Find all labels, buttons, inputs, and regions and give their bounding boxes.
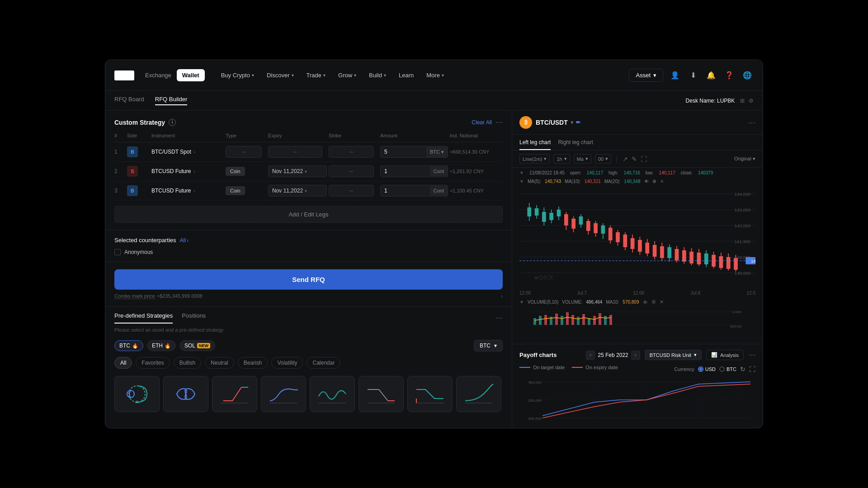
asset-select-dropdown[interactable]: BTC ▾ [474,340,503,352]
asset-sol-tag[interactable]: SOL NEW [179,340,215,351]
th-expiry: Expiry [268,133,327,138]
filter-neutral[interactable]: Neutral [205,357,234,369]
payoff-date: 25 Feb 2022 [598,352,628,358]
add-edit-legs-button[interactable]: Add / Edit Legs [114,206,503,223]
strategy-title: Custom Strategy i [114,119,176,126]
asset-btc-tag[interactable]: BTC 🔥 [114,340,143,351]
original-button[interactable]: Original ▾ [734,156,755,162]
strategy-card-5[interactable] [310,376,355,412]
svg-rect-51 [609,228,613,240]
row2-notional: ≈1,261.92 CNY [450,169,512,174]
send-rfq-button[interactable]: Send RFQ [114,269,503,290]
wallet-tab[interactable]: Wallet [177,69,205,81]
interval-selector[interactable]: 1h ▾ [553,154,570,164]
edit-coin-icon[interactable]: ✏ [576,119,580,126]
strategy-card-2[interactable] [163,376,208,412]
analysis-button[interactable]: 📊 Analysis [706,350,744,360]
payoff-more-icon[interactable]: ⋯ [748,351,755,359]
row2-expiry[interactable]: Nov 11,2022 ▾ [268,165,327,177]
right-leg-chart-tab[interactable]: Right leg chart [558,139,593,150]
svg-rect-59 [638,240,642,252]
left-leg-chart-tab[interactable]: Left leg chart [519,139,551,150]
nav-trade[interactable]: Trade ▾ [301,68,331,82]
chart-tabs: Left leg chart Right leg chart [512,135,763,150]
row3-type-button[interactable]: Coin [226,186,245,195]
timeframe-selector[interactable]: Line(1m) ▾ [519,154,550,164]
predefined-hint: Please select an asset and a pre-defined… [105,324,512,336]
svg-rect-1 [116,74,118,77]
strategy-card-8[interactable] [456,376,501,412]
strategy-info-icon[interactable]: i [169,119,176,126]
exchange-tab[interactable]: Exchange [140,69,177,81]
predefined-tab[interactable]: Pre-defined Strategies [114,312,173,324]
strategy-card-7[interactable] [407,376,453,412]
strategy-card-3[interactable] [212,376,257,412]
next-date-button[interactable]: › [631,351,640,360]
anonymous-checkbox[interactable] [114,249,121,255]
nav-learn[interactable]: Learn [393,68,419,82]
nav-grow[interactable]: Grow ▾ [333,68,362,82]
nav-more[interactable]: More ▾ [421,68,449,82]
row3-notional: ≈1,100.45 CNY [450,188,512,193]
nav-discover[interactable]: Discover ▾ [261,68,299,82]
rfq-board-tab[interactable]: RFQ Board [114,96,144,105]
svg-rect-47 [594,223,598,233]
row1-notional: ≈668,514.30 CNY [450,149,512,155]
asset-eth-tag[interactable]: ETH 🔥 [147,340,176,351]
top-navigation: Exchange Wallet Buy Crypto ▾ Discover ▾ … [105,60,763,91]
zoom-out-icon[interactable]: ↗ [623,155,628,163]
help-icon[interactable]: ❓ [723,69,736,82]
table-row: 3 B BTCUSD Future › Coin Nov 11,2022 ▾ -… [114,181,503,201]
expand-icon[interactable]: ⛶ [749,366,755,373]
prev-date-button[interactable]: ‹ [586,351,595,360]
svg-rect-3 [123,74,126,77]
currency-btc-radio[interactable]: BTC [719,366,736,372]
row1-amount-input[interactable] [381,146,426,157]
svg-rect-96 [544,315,547,325]
counterparties-all-link[interactable]: All › [180,237,189,244]
counterparties-section: Selected counterparties All › Anonymous [105,230,512,262]
fullscreen-icon[interactable]: ⛶ [641,155,647,163]
row3-expiry[interactable]: Nov 11,2022 ▾ [268,185,327,197]
row2-type-button[interactable]: Coin [226,167,245,176]
filter-favorites[interactable]: Favorites [136,357,170,369]
svg-rect-45 [586,221,590,231]
rfq-builder-tab[interactable]: RFQ Builder [155,96,188,105]
svg-rect-75 [697,253,701,264]
svg-rect-63 [653,245,657,257]
strategy-card-1[interactable] [114,376,160,412]
nav-build[interactable]: Build ▾ [363,68,392,82]
refresh-icon[interactable]: ↻ [740,366,745,373]
download-icon[interactable]: ⬇ [687,69,699,82]
filter-volatility[interactable]: Volatility [271,357,303,369]
filter-calendar[interactable]: Calendar [307,357,340,369]
notification-icon[interactable]: 🔔 [705,69,717,82]
nav-buy-crypto[interactable]: Buy Crypto ▾ [216,68,259,82]
filter-bearish[interactable]: Bearish [238,357,268,369]
strategy-card-6[interactable] [359,376,404,412]
row2-amount-input[interactable] [381,166,430,177]
indicator-selector[interactable]: Ma ▾ [574,154,591,164]
crosshair-icon[interactable]: ✎ [632,155,637,163]
strategy-more-icon[interactable]: ⋯ [495,118,503,127]
globe-icon[interactable]: 🌐 [741,69,754,82]
row3-amount-input[interactable] [381,185,430,196]
user-icon[interactable]: 👤 [669,69,681,82]
currency-usd-radio[interactable]: USD [698,366,716,372]
strategy-card-4[interactable] [261,376,306,412]
row1-expiry: -- [268,146,322,158]
row1-side-badge: B [127,146,138,157]
risk-unit-dropdown[interactable]: BTCUSD Risk Unit ▾ [645,350,702,360]
svg-text:141,900: 141,900 [735,239,750,244]
send-rfq-section: Send RFQ Combo mark price ≈$235,345,999.… [105,262,512,306]
custom-strategy-section: Custom Strategy i Clear All ⋯ # Side Ins… [105,111,512,230]
chart-more-icon[interactable]: ⋯ [748,118,755,127]
clear-all-button[interactable]: Clear All [472,119,492,126]
period-selector[interactable]: 00 ▾ [595,154,611,164]
predefined-more-icon[interactable]: ⋯ [495,314,503,322]
asset-button[interactable]: Asset ▾ [629,69,663,82]
filter-bullish[interactable]: Bullish [174,357,201,369]
positions-tab[interactable]: Positions [182,312,206,324]
filter-all[interactable]: All [114,357,132,369]
svg-rect-103 [582,314,585,325]
